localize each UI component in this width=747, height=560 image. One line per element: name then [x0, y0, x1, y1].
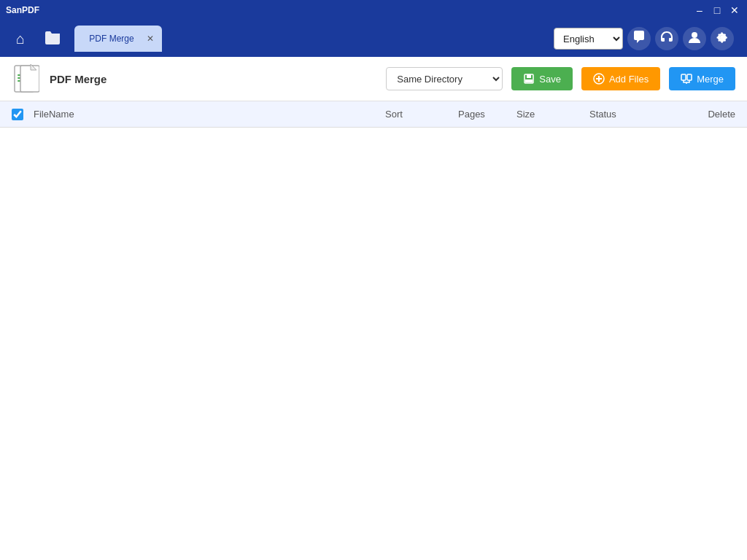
app-title: SanPDF — [6, 5, 39, 15]
col-delete: Delete — [677, 109, 735, 120]
title-bar: SanPDF – □ ✕ — [0, 0, 747, 20]
tab-label: PDF Merge — [89, 34, 133, 44]
window-controls: – □ ✕ — [693, 4, 741, 17]
user-icon — [687, 30, 702, 48]
settings-button[interactable] — [711, 27, 734, 50]
col-status: Status — [589, 109, 677, 120]
nav-bar: ⌂ PDF Merge ✕ English Chinese Japanese — [0, 20, 747, 57]
svg-point-0 — [692, 32, 697, 38]
pdf-merge-tab[interactable]: PDF Merge ✕ — [74, 26, 162, 52]
col-filename: FileName — [34, 109, 385, 120]
folder-icon — [44, 30, 61, 48]
save-icon — [523, 73, 535, 85]
minimize-button[interactable]: – — [693, 4, 706, 17]
svg-rect-12 — [681, 74, 686, 80]
home-icon: ⌂ — [16, 31, 25, 47]
pdf-merge-icon — [12, 64, 41, 93]
maximize-button[interactable]: □ — [711, 4, 724, 17]
tab-bar: PDF Merge ✕ — [71, 26, 548, 52]
merge-icon — [681, 73, 692, 85]
main-content: PDF Merge Same Directory Save Add Files — [0, 57, 747, 560]
add-files-button[interactable]: Add Files — [581, 67, 660, 90]
svg-rect-7 — [527, 74, 531, 78]
headphone-icon — [659, 30, 674, 48]
chat-button[interactable] — [627, 27, 651, 50]
save-button[interactable]: Save — [511, 67, 573, 90]
merge-button[interactable]: Merge — [669, 67, 735, 90]
tab-close-button[interactable]: ✕ — [144, 33, 156, 44]
tool-title: PDF Merge — [50, 73, 377, 85]
select-all-checkbox[interactable] — [12, 109, 23, 120]
tool-row: PDF Merge Same Directory Save Add Files — [0, 57, 747, 101]
language-select[interactable]: English Chinese Japanese — [554, 28, 623, 50]
add-icon — [593, 73, 605, 85]
home-button[interactable]: ⌂ — [7, 26, 34, 52]
table-body — [0, 128, 747, 560]
gear-icon — [715, 30, 729, 48]
user-button[interactable] — [683, 27, 706, 50]
col-size: Size — [516, 109, 589, 120]
folder-button[interactable] — [39, 26, 66, 52]
chat-icon — [632, 30, 646, 48]
file-table: FileName Sort Pages Size Status Delete — [0, 101, 747, 560]
col-pages: Pages — [458, 109, 516, 120]
header-checkbox-cell — [12, 109, 34, 120]
svg-rect-13 — [687, 74, 692, 80]
table-header: FileName Sort Pages Size Status Delete — [0, 101, 747, 128]
svg-rect-8 — [525, 79, 533, 82]
right-controls: English Chinese Japanese — [554, 27, 740, 50]
directory-select[interactable]: Same Directory — [386, 67, 503, 90]
headphone-button[interactable] — [655, 27, 678, 50]
close-button[interactable]: ✕ — [728, 4, 741, 17]
col-sort: Sort — [385, 109, 458, 120]
